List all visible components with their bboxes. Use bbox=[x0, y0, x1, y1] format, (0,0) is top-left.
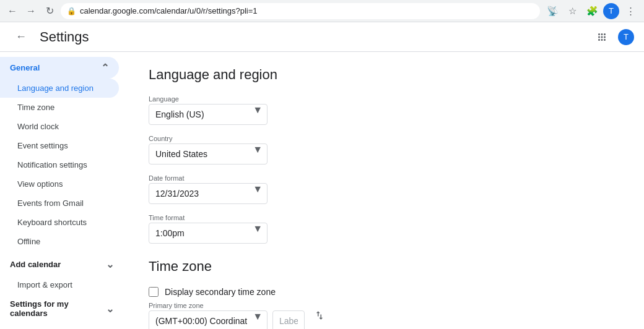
display-secondary-row: Display secondary time zone bbox=[149, 287, 619, 297]
browser-reload-button[interactable]: ↻ bbox=[42, 4, 57, 19]
primary-timezone-label-input[interactable] bbox=[272, 310, 305, 329]
sidebar-item-keyboard-shortcuts[interactable]: Keyboard shortcuts bbox=[0, 213, 119, 232]
time-zone-title: Time zone bbox=[149, 258, 619, 275]
primary-timezone-row: Primary time zone (GMT+00:00) Coordinate… bbox=[149, 302, 619, 329]
country-dropdown-wrapper: Country United States ▼ bbox=[149, 135, 268, 164]
cast-button[interactable]: 📡 bbox=[544, 2, 561, 20]
language-label: Language bbox=[149, 95, 268, 103]
sidebar-add-calendar[interactable]: Add calendar ⌄ bbox=[0, 254, 124, 275]
content-area: Language and region Language English (US… bbox=[124, 52, 644, 329]
sidebar: General ⌃ Language and region Time zone … bbox=[0, 52, 124, 329]
main-content: General ⌃ Language and region Time zone … bbox=[0, 52, 644, 329]
primary-timezone-select[interactable]: (GMT+00:00) Coordinated Universal Time bbox=[149, 310, 268, 329]
swap-timezones-button[interactable] bbox=[311, 307, 328, 324]
display-secondary-label[interactable]: Display secondary time zone bbox=[165, 287, 276, 297]
browser-chrome: ← → ↻ 🔒 calendar.google.com/calendar/u/0… bbox=[0, 0, 644, 22]
app-back-button[interactable]: ← bbox=[10, 26, 32, 48]
browser-back-button[interactable]: ← bbox=[5, 4, 20, 19]
country-label: Country bbox=[149, 135, 268, 142]
add-calendar-chevron-icon: ⌄ bbox=[106, 258, 114, 270]
date-format-select[interactable]: 12/31/2023 bbox=[149, 183, 268, 204]
language-select[interactable]: English (US) bbox=[149, 104, 268, 125]
lock-icon: 🔒 bbox=[67, 7, 76, 15]
app-profile-avatar[interactable]: T bbox=[618, 29, 634, 45]
sidebar-item-events-from-gmail[interactable]: Events from Gmail bbox=[0, 194, 119, 213]
time-zone-divider: Time zone bbox=[149, 258, 619, 275]
url-text: calendar.google.com/calendar/u/0/r/setti… bbox=[80, 6, 258, 15]
sidebar-item-world-clock[interactable]: World clock bbox=[0, 117, 119, 136]
country-select[interactable]: United States bbox=[149, 143, 268, 164]
sidebar-general-header[interactable]: General ⌃ bbox=[0, 57, 119, 79]
sidebar-item-the-art[interactable]: The Art bbox=[0, 323, 119, 329]
date-format-label: Date format bbox=[149, 174, 268, 182]
time-format-select[interactable]: 1:00pm bbox=[149, 223, 268, 244]
sidebar-general-section: General ⌃ Language and region Time zone … bbox=[0, 57, 124, 251]
app-header: ← Settings T bbox=[0, 22, 644, 52]
sidebar-item-time-zone[interactable]: Time zone bbox=[0, 98, 119, 117]
primary-timezone-wrapper: Primary time zone (GMT+00:00) Coordinate… bbox=[149, 302, 268, 329]
sidebar-item-offline[interactable]: Offline bbox=[0, 232, 119, 251]
sidebar-item-event-settings[interactable]: Event settings bbox=[0, 136, 119, 155]
sidebar-item-notification-settings[interactable]: Notification settings bbox=[0, 155, 119, 174]
sidebar-item-view-options[interactable]: View options bbox=[0, 174, 119, 194]
display-secondary-checkbox[interactable] bbox=[149, 287, 159, 297]
time-format-dropdown-wrapper: Time format 1:00pm ▼ bbox=[149, 214, 268, 244]
browser-actions: 📡 ☆ 🧩 T ⋮ bbox=[544, 2, 639, 20]
more-button[interactable]: ⋮ bbox=[622, 2, 639, 20]
app-title: Settings bbox=[40, 29, 89, 45]
time-format-label: Time format bbox=[149, 214, 268, 221]
profile-avatar[interactable]: T bbox=[603, 3, 619, 19]
browser-forward-button[interactable]: → bbox=[24, 4, 38, 19]
extensions-button[interactable]: 🧩 bbox=[583, 2, 601, 20]
address-bar[interactable]: 🔒 calendar.google.com/calendar/u/0/r/set… bbox=[61, 3, 540, 19]
language-region-title: Language and region bbox=[149, 67, 619, 83]
header-right: T bbox=[591, 26, 634, 48]
language-dropdown-wrapper: Language English (US) ▼ bbox=[149, 95, 268, 125]
sidebar-item-import-export[interactable]: Import & export bbox=[0, 275, 119, 294]
apps-grid-button[interactable] bbox=[591, 26, 613, 48]
my-calendars-chevron-icon: ⌄ bbox=[106, 303, 114, 315]
general-chevron-icon: ⌃ bbox=[101, 62, 109, 74]
sidebar-my-calendars-header[interactable]: Settings for my calendars ⌄ bbox=[0, 294, 124, 323]
date-format-form-row: Date format 12/31/2023 ▼ bbox=[149, 174, 619, 204]
time-format-form-row: Time format 1:00pm ▼ bbox=[149, 214, 619, 244]
primary-timezone-label: Primary time zone bbox=[149, 302, 268, 309]
country-form-row: Country United States ▼ bbox=[149, 135, 619, 164]
date-format-dropdown-wrapper: Date format 12/31/2023 ▼ bbox=[149, 174, 268, 204]
language-form-row: Language English (US) ▼ bbox=[149, 95, 619, 125]
bookmark-button[interactable]: ☆ bbox=[564, 2, 581, 20]
sidebar-item-language-region[interactable]: Language and region bbox=[0, 79, 119, 98]
